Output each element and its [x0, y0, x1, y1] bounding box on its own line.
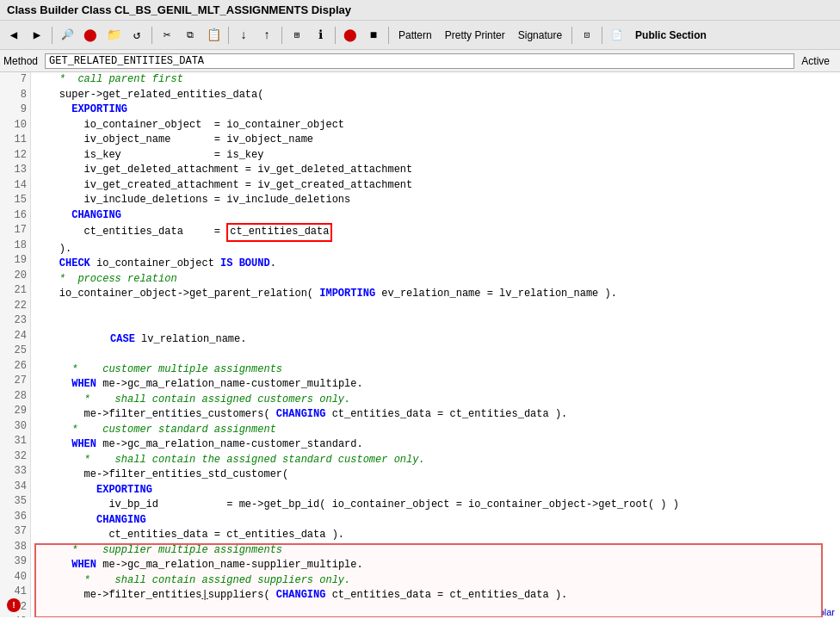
indent2-button[interactable]: ↑ — [256, 25, 277, 46]
line-num-9: 9 — [0, 102, 30, 118]
folder-button[interactable]: 📁 — [103, 25, 124, 46]
active-badge: Active — [801, 55, 837, 67]
code-line-13: iv_get_deleted_attachment = iv_get_delet… — [34, 163, 840, 178]
code-line-15: iv_include_deletions = iv_include_deleti… — [34, 193, 840, 208]
code-line-32: me->filter_entities_std_customer( — [34, 467, 840, 483]
line-num-24: 24 — [0, 329, 30, 344]
code-line-35: CHANGING — [34, 513, 840, 529]
changing-keyword-41: CHANGING — [276, 589, 326, 601]
search-button[interactable]: 🔎 — [57, 25, 77, 46]
line-num-28: 28 — [0, 389, 30, 405]
line-num-13: 13 — [0, 163, 30, 178]
info-button[interactable]: ℹ — [310, 25, 330, 46]
line-num-18: 18 — [0, 238, 30, 254]
pattern-button[interactable]: Pattern — [393, 28, 437, 43]
code-line-29: * customer standard assignment — [34, 423, 840, 438]
line-num-14: 14 — [0, 178, 30, 194]
code-line-42 — [34, 604, 840, 618]
ct-entities-data-highlight: ct_entities_data — [226, 223, 332, 242]
separator2 — [151, 27, 152, 44]
refresh-button[interactable]: ↺ — [127, 25, 147, 46]
separator6 — [388, 27, 389, 44]
indent-button[interactable]: ↓ — [233, 25, 254, 46]
grid-button[interactable]: ⊞ — [287, 25, 307, 46]
method-label: Method — [3, 55, 38, 67]
line-num-29: 29 — [0, 404, 30, 419]
back-button[interactable]: ◀ — [3, 25, 24, 46]
line-num-8: 8 — [0, 88, 30, 103]
code-line-38: * supplier multiple assignments — [34, 543, 840, 559]
code-line-36: ct_entities_data = ct_entities_data ). — [34, 528, 840, 543]
method-bar: Method GET_RELATED_ENTITIES_DATA Active — [0, 50, 840, 72]
window-title: Class Builder Class CL_BS_GENIL_MLT_ASSI… — [7, 3, 351, 16]
separator1 — [52, 27, 52, 44]
code-line-31: * shall contain the assigned standard cu… — [34, 453, 840, 468]
line-num-40: 40 — [0, 570, 30, 585]
line-num-15: 15 — [0, 193, 30, 208]
page-button[interactable]: 📄 — [607, 25, 627, 46]
black-square-button[interactable]: ■ — [363, 25, 384, 46]
line-num-12: 12 — [0, 148, 30, 164]
code-line-10: io_container_object = io_container_objec… — [34, 118, 840, 133]
line-num-31: 31 — [0, 434, 30, 449]
dot-button[interactable]: ⬤ — [80, 25, 101, 46]
code-line-21: * process relation — [34, 272, 840, 288]
code-line-18: ). — [34, 242, 840, 257]
line-num-20: 20 — [0, 269, 30, 284]
separator5 — [335, 27, 336, 44]
method-value[interactable]: GET_RELATED_ENTITIES_DATA — [45, 53, 794, 69]
code-line-22: io_container_object->get_parent_relation… — [34, 287, 840, 302]
line-num-43: 43 — [0, 615, 30, 617]
line-num-25: 25 — [0, 344, 30, 359]
code-line-17: ct_entities_data = ct_entities_data — [34, 223, 840, 242]
line-num-34: 34 — [0, 480, 30, 495]
code-line-30: WHEN me->gc_ma_relation_name-customer_st… — [34, 437, 840, 453]
line-num-22: 22 — [0, 299, 30, 314]
line-num-39: 39 — [0, 554, 30, 570]
separator4 — [281, 27, 282, 44]
code-line-7: * call parent first — [34, 72, 840, 88]
share-button[interactable]: ⊡ — [577, 25, 597, 46]
cut-button[interactable]: ✂ — [157, 25, 177, 46]
line-num-35: 35 — [0, 494, 30, 510]
line-num-17: 17 — [0, 223, 30, 238]
code-content[interactable]: * call parent first super->get_related_e… — [31, 72, 840, 617]
line-num-33: 33 — [0, 464, 30, 480]
code-line-26: * shall contain assigned customers only. — [34, 393, 840, 408]
code-line-25: WHEN me->gc_ma_relation_name-customer_mu… — [34, 377, 840, 393]
pretty-printer-button[interactable]: Pretty Printer — [440, 28, 510, 43]
line-num-41: 41 — [0, 585, 30, 600]
line-num-32: 32 — [0, 449, 30, 465]
line-num-11: 11 — [0, 133, 30, 148]
code-line-27: me->filter_entities_customers( CHANGING … — [34, 407, 840, 423]
line-num-21: 21 — [0, 283, 30, 299]
forward-button[interactable]: ▶ — [27, 25, 47, 46]
code-line-40: * shall contain assigned suppliers only. — [34, 573, 840, 589]
line-num-16: 16 — [0, 208, 30, 224]
public-section-button[interactable]: Public Section — [630, 28, 712, 43]
line-num-37: 37 — [0, 524, 30, 540]
code-line-20: CHECK io_container_object IS BOUND. — [34, 257, 840, 272]
copy-button[interactable]: ⧉ — [180, 25, 201, 46]
red-circle-button[interactable]: ⬤ — [340, 25, 361, 46]
code-line-33: EXPORTING — [34, 483, 840, 498]
changing-keyword-16: CHANGING — [71, 209, 121, 221]
line-num-38: 38 — [0, 540, 30, 555]
line-num-19: 19 — [0, 253, 30, 269]
code-line-14: iv_get_created_attachment = iv_get_creat… — [34, 178, 840, 194]
alert-icon: ! — [7, 598, 21, 612]
line-numbers: 7 8 9 10 11 12 13 14 15 16 17 18 19 20 2… — [0, 72, 31, 617]
signature-button[interactable]: Signature — [513, 28, 567, 43]
separator7 — [571, 27, 572, 44]
code-line-34: iv_bp_id = me->get_bp_id( io_container_o… — [34, 498, 840, 513]
code-line-8: super->get_related_entities_data( — [34, 88, 840, 103]
supplier-block-container: * supplier multiple assignments WHEN me-… — [34, 543, 840, 618]
toolbar: ◀ ▶ 🔎 ⬤ 📁 ↺ ✂ ⧉ 📋 ↓ ↑ ⊞ ℹ ⬤ ■ Pattern Pr… — [0, 21, 840, 50]
line-num-26: 26 — [0, 359, 30, 374]
code-line-11: iv_object_name = iv_object_name — [34, 133, 840, 148]
line-num-27: 27 — [0, 374, 30, 389]
line-num-23: 23 — [0, 313, 30, 329]
paste-button[interactable]: 📋 — [203, 25, 224, 46]
code-area: 7 8 9 10 11 12 13 14 15 16 17 18 19 20 2… — [0, 72, 840, 617]
code-line-24: * customer multiple assignments — [34, 362, 840, 378]
